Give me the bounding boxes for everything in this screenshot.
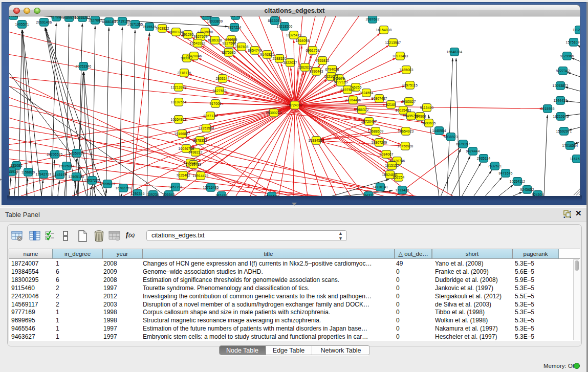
- svg-text:16210643: 16210643: [553, 114, 569, 118]
- svg-text:160338: 160338: [200, 16, 212, 17]
- svg-text:22420046: 22420046: [186, 54, 202, 57]
- svg-text:19166827: 19166827: [175, 132, 190, 135]
- svg-text:3624554: 3624554: [359, 91, 373, 94]
- svg-text:9524502: 9524502: [265, 194, 278, 195]
- svg-text:19218506: 19218506: [277, 24, 293, 28]
- svg-text:9327509: 9327509: [193, 34, 207, 38]
- svg-text:16033809: 16033809: [207, 19, 223, 23]
- svg-text:12505135: 12505135: [69, 174, 84, 178]
- svg-text:10120746: 10120746: [389, 159, 405, 162]
- svg-text:1292346: 1292346: [130, 191, 144, 195]
- svg-text:10654112: 10654112: [510, 179, 526, 183]
- svg-text:1167533: 1167533: [570, 157, 580, 160]
- svg-text:20691406: 20691406: [36, 20, 52, 24]
- svg-text:16914479: 16914479: [193, 173, 209, 177]
- svg-text:16046798: 16046798: [179, 146, 194, 150]
- svg-text:6879197: 6879197: [456, 142, 470, 145]
- svg-text:10688609: 10688609: [368, 129, 384, 133]
- svg-text:1362615: 1362615: [298, 65, 312, 69]
- svg-text:891295: 891295: [182, 32, 193, 36]
- svg-text:1112733: 1112733: [573, 28, 580, 31]
- svg-text:2718176: 2718176: [177, 71, 191, 74]
- svg-text:9227342: 9227342: [556, 69, 570, 72]
- svg-text:1527602: 1527602: [88, 18, 102, 21]
- svg-text:3822037: 3822037: [283, 60, 297, 64]
- svg-text:16782759: 16782759: [116, 186, 132, 189]
- svg-text:10654923: 10654923: [171, 117, 187, 121]
- svg-text:10807487: 10807487: [372, 96, 387, 100]
- svg-text:12942737: 12942737: [36, 172, 52, 176]
- svg-text:15692971: 15692971: [556, 129, 572, 133]
- svg-text:924504: 924504: [532, 192, 543, 195]
- svg-text:7986372: 7986372: [355, 107, 368, 111]
- svg-text:5938923: 5938923: [444, 135, 458, 138]
- svg-text:3875685: 3875685: [222, 50, 235, 54]
- svg-text:10995807: 10995807: [100, 182, 116, 185]
- svg-text:785722: 785722: [229, 16, 241, 17]
- svg-text:19975867: 19975867: [59, 164, 75, 167]
- svg-text:757998: 757998: [50, 16, 62, 19]
- svg-text:6497568: 6497568: [340, 87, 354, 91]
- svg-text:10973493: 10973493: [393, 54, 408, 57]
- svg-text:2935114: 2935114: [477, 156, 491, 160]
- svg-text:20206576: 20206576: [47, 152, 63, 156]
- svg-text:10543382: 10543382: [190, 41, 206, 45]
- svg-text:2803144: 2803144: [215, 76, 229, 80]
- svg-text:9463627: 9463627: [402, 99, 416, 103]
- svg-text:8990443: 8990443: [309, 69, 323, 73]
- svg-text:23226058: 23226058: [198, 30, 213, 33]
- svg-text:9115460: 9115460: [420, 105, 434, 109]
- svg-text:11325419: 11325419: [286, 33, 302, 36]
- svg-text:12213967: 12213967: [385, 40, 401, 44]
- svg-text:2588520: 2588520: [272, 56, 286, 60]
- svg-text:6794028: 6794028: [325, 67, 339, 71]
- svg-text:7632621: 7632621: [488, 164, 502, 167]
- svg-text:835081: 835081: [10, 163, 22, 167]
- svg-text:109234: 109234: [147, 192, 159, 195]
- svg-text:9245652: 9245652: [520, 187, 534, 191]
- svg-text:1733426: 1733426: [395, 188, 409, 191]
- svg-text:14099489: 14099489: [186, 162, 202, 166]
- svg-text:7463822: 7463822: [155, 26, 169, 30]
- svg-text:2367608: 2367608: [234, 45, 248, 48]
- svg-text:9146821: 9146821: [260, 52, 274, 56]
- svg-text:8186328: 8186328: [208, 38, 222, 41]
- svg-text:10025433: 10025433: [396, 108, 411, 112]
- svg-text:12975115: 12975115: [402, 83, 418, 86]
- svg-text:7625402: 7625402: [176, 173, 190, 177]
- svg-text:252254: 252254: [393, 175, 404, 179]
- svg-text:3215955: 3215955: [540, 106, 554, 110]
- svg-text:12093872: 12093872: [553, 83, 569, 87]
- svg-text:15716485: 15716485: [203, 185, 219, 189]
- svg-text:456322: 456322: [362, 193, 374, 195]
- svg-text:62160: 62160: [386, 102, 396, 106]
- svg-text:7515526: 7515526: [142, 25, 156, 28]
- svg-text:17016504: 17016504: [562, 143, 578, 147]
- svg-text:5498222: 5498222: [188, 150, 202, 154]
- svg-text:17359924: 17359924: [69, 151, 85, 155]
- svg-text:10107554: 10107554: [171, 100, 187, 103]
- svg-text:20053346: 20053346: [76, 64, 92, 68]
- svg-text:6961758: 6961758: [306, 48, 319, 52]
- svg-text:19654923: 19654923: [398, 129, 414, 133]
- svg-text:12353594: 12353594: [199, 126, 214, 129]
- svg-text:7485003: 7485003: [399, 68, 413, 71]
- svg-text:8660124: 8660124: [169, 30, 183, 33]
- svg-text:8471676: 8471676: [498, 171, 512, 174]
- svg-text:9699695: 9699695: [422, 121, 435, 124]
- svg-text:8454749: 8454749: [248, 48, 262, 52]
- svg-text:952455: 952455: [215, 193, 227, 195]
- svg-text:14136141: 14136141: [373, 185, 388, 188]
- svg-text:9777169: 9777169: [334, 80, 347, 83]
- svg-text:10671355: 10671355: [127, 22, 143, 26]
- svg-text:205546: 205546: [163, 192, 175, 195]
- svg-text:1864098: 1864098: [295, 38, 309, 42]
- svg-text:19384554: 19384554: [309, 138, 324, 142]
- svg-text:9327508: 9327508: [222, 41, 236, 45]
- svg-text:154904: 154904: [414, 114, 426, 118]
- svg-text:15751074: 15751074: [566, 40, 580, 43]
- svg-text:1615152: 1615152: [385, 163, 399, 167]
- svg-text:9129966: 9129966: [560, 54, 574, 57]
- svg-text:9474444: 9474444: [466, 149, 480, 152]
- svg-text:10756928: 10756928: [398, 144, 413, 147]
